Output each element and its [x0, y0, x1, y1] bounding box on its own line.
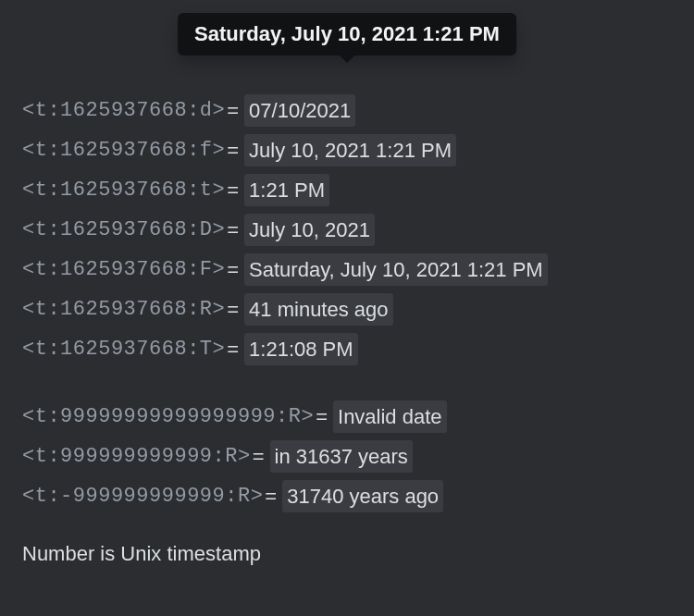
- timestamp-output[interactable]: Saturday, July 10, 2021 1:21 PM: [244, 253, 548, 286]
- tooltip-container: Saturday, July 10, 2021 1:21 PM: [178, 13, 516, 55]
- equals-sign: =: [265, 481, 277, 511]
- timestamp-output[interactable]: in 31637 years: [270, 440, 413, 473]
- timestamp-code: <t:-999999999999:R>: [22, 481, 263, 511]
- timestamp-row: <t:99999999999999999:R> = Invalid date: [22, 400, 672, 433]
- equals-sign: =: [227, 215, 239, 245]
- equals-sign: =: [227, 95, 239, 126]
- footer-note: Number is Unix timestamp: [22, 542, 672, 566]
- equals-sign: =: [227, 254, 239, 285]
- timestamp-row: <t:1625937668:T> = 1:21:08 PM: [22, 333, 672, 365]
- message-content: <t:1625937668:d> = 07/10/2021 <t:1625937…: [22, 94, 672, 566]
- timestamp-output[interactable]: Invalid date: [333, 400, 447, 433]
- timestamp-row: <t:1625937668:t> = 1:21 PM: [22, 174, 672, 206]
- timestamp-code: <t:999999999999:R>: [22, 441, 251, 472]
- timestamp-code: <t:1625937668:T>: [22, 334, 225, 364]
- timestamp-row: <t:1625937668:f> = July 10, 2021 1:21 PM: [22, 134, 672, 166]
- equals-sign: =: [227, 334, 239, 364]
- timestamp-output[interactable]: 07/10/2021: [244, 94, 355, 127]
- timestamp-row: <t:1625937668:R> = 41 minutes ago: [22, 293, 672, 326]
- timestamp-code: <t:99999999999999999:R>: [22, 401, 314, 432]
- timestamp-code: <t:1625937668:f>: [22, 135, 225, 166]
- timestamp-row: <t:1625937668:F> = Saturday, July 10, 20…: [22, 253, 672, 286]
- equals-sign: =: [227, 294, 239, 325]
- timestamp-row: <t:-999999999999:R> = 31740 years ago: [22, 480, 672, 512]
- equals-sign: =: [316, 401, 328, 432]
- tooltip-text: Saturday, July 10, 2021 1:21 PM: [194, 22, 500, 45]
- footer-text: Number is Unix timestamp: [22, 542, 261, 565]
- equals-sign: =: [227, 175, 239, 205]
- timestamp-output[interactable]: 41 minutes ago: [244, 293, 392, 326]
- timestamp-code: <t:1625937668:D>: [22, 215, 225, 245]
- timestamp-code: <t:1625937668:R>: [22, 294, 225, 325]
- equals-sign: =: [227, 135, 239, 166]
- spacer: [22, 373, 672, 400]
- timestamp-output[interactable]: 1:21:08 PM: [244, 333, 358, 365]
- timestamp-output[interactable]: 1:21 PM: [244, 174, 329, 206]
- timestamp-output[interactable]: July 10, 2021 1:21 PM: [244, 134, 456, 166]
- timestamp-code: <t:1625937668:d>: [22, 95, 225, 126]
- timestamp-row: <t:1625937668:d> = 07/10/2021: [22, 94, 672, 127]
- timestamp-row: <t:1625937668:D> = July 10, 2021: [22, 214, 672, 246]
- tooltip: Saturday, July 10, 2021 1:21 PM: [178, 13, 516, 55]
- timestamp-output[interactable]: 31740 years ago: [282, 480, 443, 512]
- timestamp-row: <t:999999999999:R> = in 31637 years: [22, 440, 672, 473]
- timestamp-code: <t:1625937668:t>: [22, 175, 225, 205]
- equals-sign: =: [253, 441, 265, 472]
- timestamp-code: <t:1625937668:F>: [22, 254, 225, 285]
- timestamp-output[interactable]: July 10, 2021: [244, 214, 375, 246]
